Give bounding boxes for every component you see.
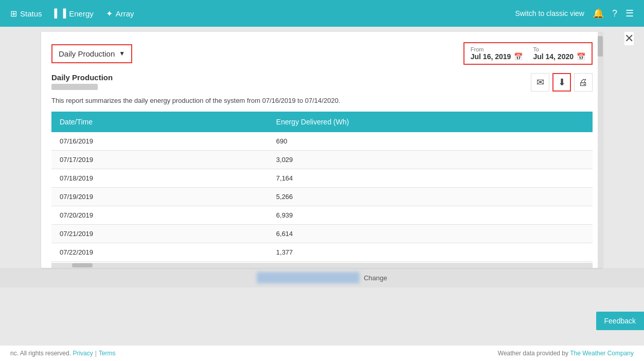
feedback-button[interactable]: Feedback [596,312,644,330]
table-body: 07/16/2019 690 07/17/2019 3,029 07/18/20… [51,132,593,262]
date-cell: 07/22/2019 [51,243,268,262]
report-title-block: Daily Production [51,73,531,90]
scrollbar-thumb [598,36,603,57]
col-energy-header: Energy Delivered (Wh) [268,112,593,132]
date-range-picker[interactable]: From Jul 16, 2019 📅 To Jul 14, 2020 📅 [463,42,593,65]
energy-cell: 6,614 [268,225,593,243]
report-panel: Daily Production ▼ From Jul 16, 2019 📅 T… [41,32,603,268]
date-cell: 07/16/2019 [51,132,268,151]
report-subtitle-blur [51,84,98,90]
to-date-row: Jul 14, 2020 📅 [533,52,585,61]
top-navigation: ⊞ Status ▌▐ Energy ✦ Array Switch to cla… [0,0,644,27]
nav-energy-label: Energy [69,9,94,18]
menu-icon[interactable]: ☰ [625,8,634,19]
nav-left: ⊞ Status ▌▐ Energy ✦ Array [10,9,515,19]
report-actions: ✉ ⬇ 🖨 [531,73,593,92]
array-icon: ✦ [106,9,113,19]
footer: nc. All rights reserved. Privacy | Terms… [0,346,644,361]
nav-status[interactable]: ⊞ Status [10,9,42,19]
bottom-bar: Change [0,268,644,287]
nav-right: Switch to classic view 🔔 ? ☰ [515,8,634,19]
col-date-header: Date/Time [51,112,268,132]
to-date-group: To Jul 14, 2020 📅 [533,46,585,61]
bell-icon[interactable]: 🔔 [593,8,604,19]
summary-text: This report summarizes the daily energy … [51,97,593,104]
energy-cell: 5,266 [268,188,593,206]
print-button[interactable]: 🖨 [574,73,593,92]
h-scrollbar-thumb [72,263,93,267]
date-cell: 07/19/2019 [51,188,268,206]
change-button[interactable]: Change [364,274,387,282]
to-calendar-icon[interactable]: 📅 [577,52,585,61]
from-date-group: From Jul 16, 2019 📅 [471,46,523,61]
horizontal-scrollbar[interactable] [51,263,593,268]
report-title: Daily Production [51,73,531,82]
energy-cell: 3,029 [268,151,593,169]
email-button[interactable]: ✉ [531,73,549,92]
from-label: From [471,46,523,52]
to-date-value: Jul 14, 2020 [533,52,574,61]
nav-energy[interactable]: ▌▐ Energy [55,9,94,18]
date-cell: 07/20/2019 [51,206,268,225]
to-label: To [533,46,585,52]
table-row: 07/16/2019 690 [51,132,593,151]
download-button[interactable]: ⬇ [552,73,571,92]
table-row: 07/17/2019 3,029 [51,151,593,169]
status-icon: ⊞ [10,9,17,19]
copyright-text: nc. All rights reserved. [10,350,71,357]
energy-cell: 690 [268,132,593,151]
table-row: 07/21/2019 6,614 [51,225,593,243]
date-cell: 07/18/2019 [51,169,268,188]
report-header: Daily Production ✉ ⬇ 🖨 [51,73,593,92]
energy-icon: ▌▐ [55,9,66,18]
table-row: 07/19/2019 5,266 [51,188,593,206]
energy-cell: 7,164 [268,169,593,188]
classic-view-button[interactable]: Switch to classic view [515,9,584,17]
table-row: 07/22/2019 1,377 [51,243,593,262]
report-type-selector[interactable]: Daily Production ▼ [51,44,132,63]
nav-status-label: Status [20,9,42,18]
production-table: Date/Time Energy Delivered (Wh) 07/16/20… [51,112,593,262]
date-cell: 07/17/2019 [51,151,268,169]
table-row: 07/18/2019 7,164 [51,169,593,188]
blurred-input [257,272,360,283]
nav-array[interactable]: ✦ Array [106,9,134,19]
report-type-label: Daily Production [59,49,115,58]
footer-divider: | [95,350,97,357]
terms-link[interactable]: Terms [99,350,116,357]
date-cell: 07/21/2019 [51,225,268,243]
weather-prefix: Weather data provided by [498,350,570,357]
from-date-row: Jul 16, 2019 📅 [471,52,523,61]
table-header-row: Date/Time Energy Delivered (Wh) [51,112,593,132]
chevron-down-icon: ▼ [119,50,125,57]
weather-company-link[interactable]: The Weather Company [570,350,634,357]
footer-right: Weather data provided by The Weather Com… [498,350,634,357]
energy-cell: 1,377 [268,243,593,262]
from-calendar-icon[interactable]: 📅 [514,52,523,61]
privacy-link[interactable]: Privacy [73,350,93,357]
vertical-scrollbar[interactable] [598,32,603,268]
energy-cell: 6,939 [268,206,593,225]
close-button[interactable]: ✕ [624,32,634,45]
help-icon[interactable]: ? [612,8,617,19]
table-row: 07/20/2019 6,939 [51,206,593,225]
main-area: ✕ Daily Production ▼ From Jul 16, 2019 📅 [0,27,644,346]
nav-array-label: Array [116,9,134,18]
from-date-value: Jul 16, 2019 [471,52,511,61]
controls-row: Daily Production ▼ From Jul 16, 2019 📅 T… [51,42,593,65]
